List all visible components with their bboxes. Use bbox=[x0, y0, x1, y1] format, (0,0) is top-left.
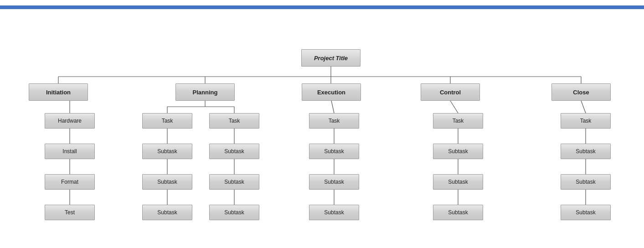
node-close_subtask1: Subtask bbox=[561, 144, 611, 159]
node-initiation: Initiation bbox=[29, 83, 88, 101]
node-plan_subtask5: Subtask bbox=[209, 174, 259, 190]
node-plan_subtask1: Subtask bbox=[142, 144, 192, 159]
node-init_test: Test bbox=[45, 205, 95, 220]
diagram: Project TitleInitiationPlanningExecution… bbox=[0, 9, 644, 232]
node-exec_subtask1: Subtask bbox=[309, 144, 359, 159]
svg-line-25 bbox=[450, 101, 458, 113]
svg-line-21 bbox=[331, 101, 334, 113]
node-plan_subtask6: Subtask bbox=[209, 205, 259, 220]
title-bar bbox=[0, 5, 644, 9]
node-init_format: Format bbox=[45, 174, 95, 190]
node-init_hardware: Hardware bbox=[45, 113, 95, 129]
node-close: Close bbox=[551, 83, 611, 101]
node-exec_task: Task bbox=[309, 113, 359, 129]
node-close_task: Task bbox=[561, 113, 611, 129]
node-close_subtask3: Subtask bbox=[561, 205, 611, 220]
node-ctrl_task: Task bbox=[433, 113, 483, 129]
node-plan_subtask3: Subtask bbox=[142, 205, 192, 220]
node-plan_task1: Task bbox=[142, 113, 192, 129]
node-control: Control bbox=[421, 83, 480, 101]
node-init_install: Install bbox=[45, 144, 95, 159]
node-close_subtask2: Subtask bbox=[561, 174, 611, 190]
svg-line-29 bbox=[581, 101, 586, 113]
node-plan_subtask4: Subtask bbox=[209, 144, 259, 159]
header bbox=[0, 0, 644, 5]
node-execution: Execution bbox=[302, 83, 361, 101]
node-plan_task2: Task bbox=[209, 113, 259, 129]
node-ctrl_subtask2: Subtask bbox=[433, 174, 483, 190]
node-exec_subtask2: Subtask bbox=[309, 174, 359, 190]
node-planning: Planning bbox=[175, 83, 235, 101]
node-ctrl_subtask3: Subtask bbox=[433, 205, 483, 220]
node-plan_subtask2: Subtask bbox=[142, 174, 192, 190]
node-exec_subtask3: Subtask bbox=[309, 205, 359, 220]
node-ctrl_subtask1: Subtask bbox=[433, 144, 483, 159]
node-root: Project Title bbox=[301, 49, 361, 67]
